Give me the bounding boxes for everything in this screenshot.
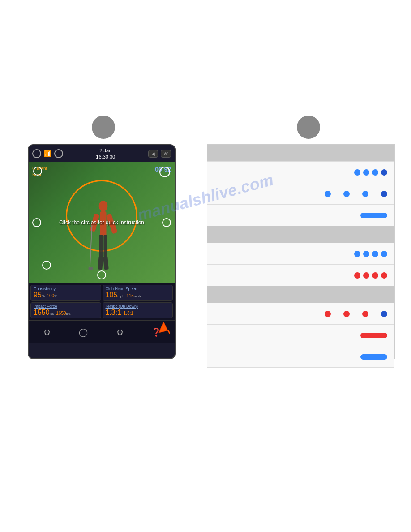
legend-row-4: [207, 243, 394, 265]
svg-rect-5: [104, 235, 107, 257]
svg-point-0: [99, 201, 108, 211]
tempo-label: Tempo (Up Down): [106, 304, 170, 309]
dot-12: [381, 251, 387, 257]
dot-3: [372, 169, 378, 176]
stats-grid: Consistency 95% 100% Club Head Speed 105…: [29, 283, 175, 320]
bar-red-1: [360, 333, 387, 338]
dot-16: [381, 272, 387, 279]
legend-row-2: [207, 183, 394, 205]
dot-7: [362, 191, 368, 197]
impact-force-values: 1550lbs 1650lbs: [34, 309, 98, 317]
dot-5: [325, 191, 331, 197]
golfer-figure: [88, 198, 119, 281]
club-head-speed-current: 105mph: [106, 291, 127, 299]
legend-row-header-2: [207, 226, 394, 243]
topbar-circle-1[interactable]: [32, 149, 41, 158]
topbar-left: 📶: [32, 149, 63, 158]
tempo-values: 1.3:1 1.3:1: [106, 309, 170, 317]
dots-row-5: [325, 311, 387, 317]
topbar-date: 2 Jan: [96, 147, 115, 154]
video-instruction-text: Click the circles for quick instruction: [59, 219, 144, 226]
topbar-right: ◀ W: [148, 150, 171, 158]
corner-circle-bottom[interactable]: [97, 270, 106, 279]
consistency-best: 100%: [47, 293, 57, 298]
dot-6: [343, 191, 350, 197]
topbar-time: 16:30:30: [96, 154, 115, 160]
phone-app: 📶 2 Jan 16:30:30 ◀ W Current Best 00:92: [28, 144, 176, 359]
club-head-speed-stat: Club Head Speed 105mph 115mph: [103, 285, 173, 301]
dot-13: [354, 272, 360, 279]
clock-icon[interactable]: ◯: [77, 326, 90, 339]
dot-1: [354, 169, 360, 176]
settings-icon[interactable]: ⚙: [113, 326, 127, 339]
legend-row-3: [207, 205, 394, 226]
dot-19: [362, 311, 368, 317]
tempo-stat: Tempo (Up Down) 1.3:1 1.3:1: [103, 302, 173, 318]
dots-row-1: [354, 169, 387, 176]
left-page-circle: [92, 116, 115, 139]
legend-row-6: [207, 303, 394, 325]
arrow-cursor: [157, 319, 170, 337]
bar-blue-1: [360, 213, 387, 218]
impact-force-current: 1550lbs: [34, 309, 56, 316]
consistency-label: Consistency: [34, 287, 98, 291]
legend-row-header-1: [207, 145, 394, 162]
svg-rect-6: [98, 256, 103, 270]
dot-4: [381, 169, 387, 176]
wifi-icon: 📶: [44, 150, 51, 157]
bar-blue-2: [360, 354, 387, 360]
club-head-speed-best: 115mph: [126, 293, 141, 298]
legend-panel: [207, 144, 395, 359]
impact-force-label: Impact Force: [34, 304, 98, 309]
dots-row-3: [354, 251, 387, 257]
legend-row-header-3: [207, 286, 394, 303]
legend-row-5: [207, 265, 394, 286]
corner-circle-top-left[interactable]: [33, 167, 42, 176]
club-head-speed-values: 105mph 115mph: [106, 291, 170, 299]
tempo-current: 1.3:1: [106, 309, 124, 316]
dot-20: [381, 311, 387, 317]
dot-17: [325, 311, 331, 317]
consistency-current: 95%: [34, 291, 47, 299]
topbar-date-time: 2 Jan 16:30:30: [96, 147, 115, 160]
svg-rect-4: [99, 235, 103, 257]
topbar-circle-2[interactable]: [54, 149, 63, 158]
arrow-left-btn[interactable]: ◀: [148, 150, 158, 158]
dot-15: [372, 272, 378, 279]
dot-9: [354, 251, 360, 257]
dots-row-4: [354, 272, 387, 279]
dots-row-2: [325, 191, 387, 197]
impact-force-stat: Impact Force 1550lbs 1650lbs: [30, 302, 101, 318]
svg-line-11: [168, 330, 170, 334]
impact-force-best: 1650lbs: [56, 311, 70, 316]
corner-circle-mid-left[interactable]: [32, 218, 41, 227]
legend-row-1: [207, 162, 394, 183]
dot-10: [363, 251, 369, 257]
corner-circle-bottom-left[interactable]: [42, 261, 51, 270]
right-page-circle: [297, 116, 320, 139]
svg-line-8: [90, 225, 92, 270]
dot-2: [363, 169, 369, 176]
dot-11: [372, 251, 378, 257]
corner-circle-top-right[interactable]: [159, 167, 170, 177]
svg-rect-9: [89, 267, 93, 270]
arrow-label: W: [161, 150, 171, 158]
consistency-stat: Consistency 95% 100%: [30, 285, 101, 301]
svg-rect-7: [103, 256, 109, 270]
phone-video-area[interactable]: Current Best 00:92 Click the circ: [29, 162, 175, 283]
phone-topbar: 📶 2 Jan 16:30:30 ◀ W: [29, 145, 175, 162]
dot-14: [363, 272, 369, 279]
club-head-speed-label: Club Head Speed: [106, 287, 170, 291]
svg-marker-10: [159, 322, 168, 333]
dot-18: [343, 311, 350, 317]
corner-circle-mid-right[interactable]: [162, 218, 171, 227]
consistency-values: 95% 100%: [34, 291, 98, 299]
phone-bottombar: ⚙ ◯ ⚙ ❓: [29, 320, 175, 343]
legend-row-8: [207, 346, 394, 368]
legend-row-7: [207, 325, 394, 346]
dot-8: [381, 191, 387, 197]
gear-icon[interactable]: ⚙: [40, 326, 54, 339]
tempo-best: 1.3:1: [124, 311, 133, 316]
